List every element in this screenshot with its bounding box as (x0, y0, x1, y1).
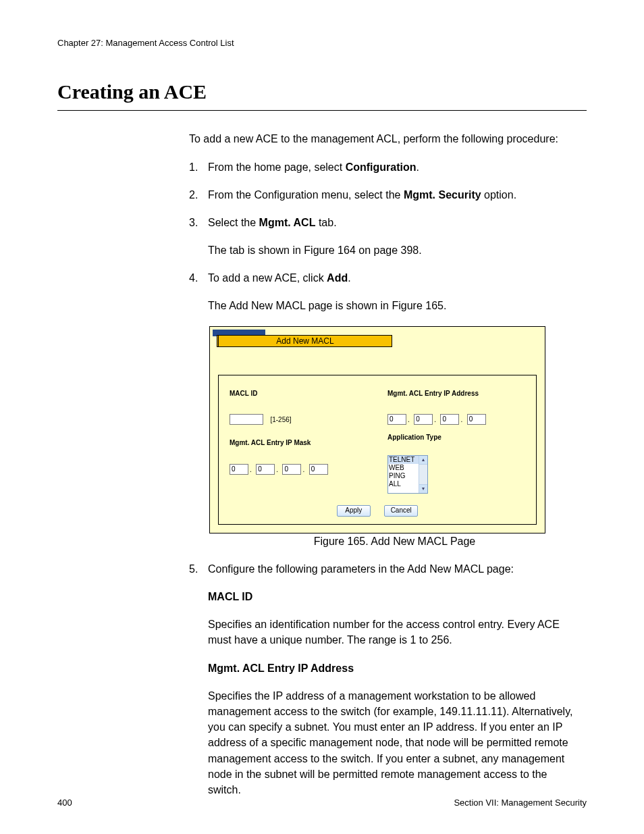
application-type-listbox[interactable]: TELNET WEB PING ALL ▴ ▾ (387, 455, 428, 494)
step-text: From the Configuration menu, select the … (208, 187, 580, 203)
panel-tab-title: Add New MACL (218, 335, 392, 347)
param-ip-address-body: Specifies the IP address of a management… (208, 688, 580, 798)
step-number: 1. (189, 159, 208, 175)
addr-octet-4[interactable]: 0 (467, 414, 486, 425)
step-number: 5. (189, 561, 208, 577)
step-number: 4. (189, 270, 208, 313)
add-new-macl-panel: Add New MACL MACL ID [1-256] Mgmt. ACL E… (209, 326, 545, 533)
step-text: From the home page, select Configuration… (208, 159, 580, 175)
macl-id-input[interactable] (230, 414, 263, 425)
step-text: Select the Mgmt. ACL tab. The tab is sho… (208, 215, 580, 258)
step-text: To add a new ACE, click Add. The Add New… (208, 270, 580, 313)
application-type-label: Application Type (387, 433, 529, 443)
step-subtext: The Add New MACL page is shown in Figure… (208, 298, 580, 313)
scroll-down-icon[interactable]: ▾ (419, 484, 427, 493)
param-ip-address-title: Mgmt. ACL Entry IP Address (208, 660, 580, 676)
addr-octet-2[interactable]: 0 (414, 414, 433, 425)
mask-octet-1[interactable]: 0 (230, 464, 248, 475)
addr-octet-1[interactable]: 0 (387, 414, 406, 425)
figure-165: Add New MACL MACL ID [1-256] Mgmt. ACL E… (189, 326, 580, 549)
step-text: Configure the following parameters in th… (208, 561, 580, 577)
mask-octet-3[interactable]: 0 (282, 464, 301, 475)
mask-octet-4[interactable]: 0 (309, 464, 328, 475)
title-rule (57, 110, 587, 111)
chapter-header: Chapter 27: Management Access Control Li… (57, 37, 587, 50)
param-macl-id-title: MACL ID (208, 589, 580, 604)
ip-mask-label: Mgmt. ACL Entry IP Mask (230, 438, 378, 448)
cancel-button[interactable]: Cancel (384, 505, 418, 517)
step-subtext: The tab is shown in Figure 164 on page 3… (208, 242, 580, 258)
intro-text: To add a new ACE to the management ACL, … (189, 131, 580, 147)
macl-id-hint: [1-256] (270, 416, 291, 423)
ip-address-label: Mgmt. ACL Entry IP Address (387, 389, 529, 399)
scroll-up-icon[interactable]: ▴ (419, 456, 427, 465)
mask-octet-2[interactable]: 0 (256, 464, 275, 475)
apply-button[interactable]: Apply (337, 505, 371, 517)
figure-caption: Figure 165. Add New MACL Page (209, 533, 580, 549)
param-macl-id-body: Specifies an identification number for t… (208, 617, 580, 648)
section-label: Section VII: Management Security (454, 797, 587, 810)
page-title: Creating an ACE (57, 77, 587, 107)
listbox-scrollbar[interactable]: ▴ ▾ (419, 456, 427, 493)
macl-id-label: MACL ID (230, 389, 378, 399)
step-number: 2. (189, 187, 208, 203)
step-number: 3. (189, 215, 208, 258)
page-number: 400 (57, 797, 72, 810)
addr-octet-3[interactable]: 0 (440, 414, 459, 425)
